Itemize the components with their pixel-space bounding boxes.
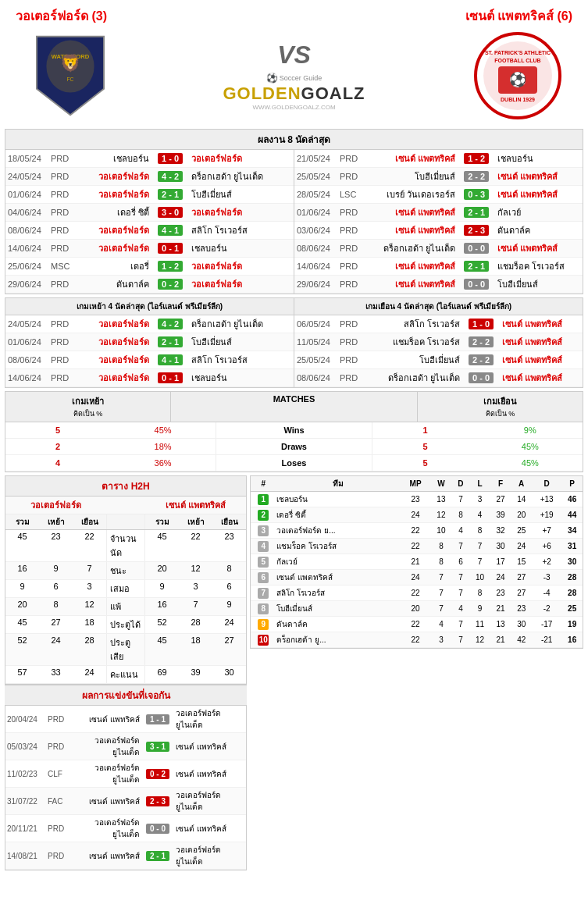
match-away: เชลบอร์น (189, 240, 294, 258)
stats-left-pct: 45% (110, 422, 215, 439)
league-table-row: 10 ดร็อกเฮด้า ยู... 22 3 7 12 21 42 -21 … (251, 632, 583, 648)
last4-panels: เกมเหย้า 4 นัดล่าสุด (ไอร์แลนด์ พรีเมียร… (5, 298, 583, 387)
stats-header-mid: MATCHES (170, 392, 418, 422)
league-f: 13 (490, 617, 511, 632)
h2h-match-home: เซนต์ แพทริคส์ (71, 850, 142, 862)
h2h-rv2: 18 (179, 634, 212, 665)
league-f: 27 (490, 492, 511, 507)
h2h-matches-title: ผลการแข่งขันที่เจอกัน (5, 685, 247, 706)
match-comp: PRD (337, 222, 365, 240)
match-date: 18/05/24 (5, 150, 48, 168)
h2h-row-label: ชนะ (106, 562, 145, 579)
match-score: 2 - 1 (151, 333, 189, 351)
league-f: 32 (490, 523, 511, 539)
match-date: 14/06/24 (5, 240, 48, 258)
h2h-rv2: 28 (179, 616, 212, 633)
stats-left-val: 2 (5, 439, 110, 455)
league-w: 8 (430, 539, 451, 554)
last4-left-table: 24/05/24 PRD วอเตอร์ฟอร์ด 4 - 2 ดร็อกเฮด… (5, 315, 294, 387)
h2h-matches-list: 20/04/24 PRD เซนต์ แพทริคส์ 1 - 1 วอเตอร… (5, 706, 247, 870)
match-comp: PRD (48, 240, 76, 258)
vs-center: VS ⚽ Soccer Guide GOLDENGOALZ WWW.GOLDEN… (223, 41, 365, 111)
match-comp: PRD (48, 276, 76, 294)
match-date: 01/06/24 (294, 204, 337, 222)
match-away: โบฮีเมี่ยนส์ (189, 333, 294, 351)
match-away: วอเตอร์ฟอร์ด (189, 258, 294, 276)
match-home: สลิโก โรเวอร์ส (365, 315, 462, 333)
h2h-row-label: ประตูได้ (106, 616, 145, 633)
h2h-lv1: 45 (5, 616, 39, 633)
h2h-match-row: 05/03/24 PRD วอเตอร์ฟอร์ดยูไนเต็ด 3 - 1 … (5, 733, 246, 760)
h2h-lv2: 9 (39, 562, 73, 579)
svg-text:DUBLIN 1929: DUBLIN 1929 (501, 97, 535, 102)
match-date: 25/05/24 (294, 351, 337, 369)
league-a: 14 (511, 492, 532, 507)
stats-left-pct: 36% (110, 455, 215, 472)
match-home: เชลบอร์น (76, 150, 151, 168)
h2h-match-row: 31/07/22 FAC เซนต์ แพทริคส์ 2 - 3 วอเตอร… (5, 788, 246, 815)
match-comp: PRD (48, 150, 76, 168)
h2h-match-away: วอเตอร์ฟอร์ดยูไนเต็ด (173, 844, 244, 867)
league-w: 4 (430, 617, 451, 632)
league-team: แชมร็อค โรเวอร์ส (276, 539, 400, 554)
h2h-match-date: 20/04/24 (7, 715, 48, 724)
match-away: แชมร็อค โรเวอร์ส (495, 258, 583, 276)
h2h-rv1: 45 (145, 530, 179, 561)
match-score: 2 - 1 (458, 258, 495, 276)
h2h-match-away: วอเตอร์ฟอร์ดยูไนเต็ด (173, 789, 244, 813)
h2h-rv3: 24 (212, 616, 246, 633)
h2h-data-row: 9 6 3 เสมอ 9 3 6 (5, 580, 246, 598)
league-col-header: MP (401, 476, 430, 492)
league-l: 8 (469, 586, 490, 601)
h2h-rv2: 22 (179, 530, 212, 561)
match-comp: PRD (337, 204, 365, 222)
league-p: 28 (561, 570, 583, 586)
league-inner: #ทีมMPWDLFADP 1 เชลบอร์น 23 13 7 3 27 14… (250, 475, 583, 649)
h2h-match-comp: CLF (48, 770, 71, 778)
match-away: กัลเวย์ (495, 204, 583, 222)
league-w: 13 (430, 492, 451, 507)
match-date: 24/05/24 (5, 315, 48, 333)
league-w: 7 (430, 586, 451, 601)
match-home: โบฮีเมี่ยนส์ (365, 168, 458, 186)
league-rank: 8 (251, 601, 276, 617)
match-date: 08/06/24 (294, 240, 337, 258)
league-team: สลิโก โรเวอร์ส (276, 586, 400, 601)
league-f: 17 (490, 554, 511, 570)
match-score: 4 - 2 (151, 315, 189, 333)
logos-row: WATERFORD 🦁 FC VS ⚽ Soccer Guide GOLDENG… (0, 26, 588, 126)
match-comp: PRD (48, 186, 76, 204)
league-d-val: -2 (532, 601, 561, 617)
league-d: 7 (452, 570, 470, 586)
match-score: 2 - 1 (458, 204, 495, 222)
team-left-title: วอเตอร์ฟอร์ด (3) (16, 6, 107, 26)
league-w: 12 (430, 507, 451, 523)
recent-left-panel: 18/05/24 PRD เชลบอร์น 1 - 0 วอเตอร์ฟอร์ด… (5, 150, 294, 294)
h2h-rv3: 27 (212, 634, 246, 665)
h2h-rv1: 45 (145, 634, 179, 665)
h2h-match-home: เซนต์ แพทริคส์ (71, 796, 142, 807)
stats-rows: 5 45% Wins 1 9% 2 18% Draws 5 45% 4 36% … (5, 422, 583, 472)
recent-left-table: 18/05/24 PRD เชลบอร์น 1 - 0 วอเตอร์ฟอร์ด… (5, 150, 294, 294)
h2h-rv2: 39 (179, 666, 212, 683)
h2h-lv2: 27 (39, 616, 73, 633)
match-score: 2 - 2 (462, 351, 500, 369)
h2h-match-away: เซนต์ แพทริคส์ (173, 823, 244, 835)
h2h-panel: ตาราง H2H วอเตอร์ฟอร์ด เซนต์ แพตทริคส์ ร… (5, 475, 247, 870)
league-a: 24 (511, 539, 532, 554)
h2h-matches-rows: 20/04/24 PRD เซนต์ แพทริคส์ 1 - 1 วอเตอร… (5, 706, 246, 870)
match-away: เซนต์ แพตทริคส์ (500, 369, 583, 387)
recent-8-section: ผลงาน 8 นัดล่าสุด 18/05/24 PRD เชลบอร์น … (5, 129, 583, 294)
match-away: ดร็อกเฮด้า ยูไนเต็ด (189, 315, 294, 333)
match-away: เซนต์ แพตทริคส์ (500, 351, 583, 369)
h2h-table-rows: 45 23 22 จำนวนนัด 45 22 23 16 9 7 ชนะ 20… (5, 530, 246, 684)
brand-logo: ⚽ Soccer Guide GOLDENGOALZ WWW.GOLDENGOA… (223, 73, 365, 111)
match-comp: PRD (48, 351, 76, 369)
h2h-row-label: ประตูเสีย (106, 634, 145, 665)
h2h-rv2: 12 (179, 562, 212, 579)
league-team: เชลบอร์น (276, 492, 400, 507)
league-d-val: -21 (532, 632, 561, 648)
league-w: 7 (430, 601, 451, 617)
league-d-val: +13 (532, 492, 561, 507)
match-away: วอเตอร์ฟอร์ด (189, 204, 294, 222)
